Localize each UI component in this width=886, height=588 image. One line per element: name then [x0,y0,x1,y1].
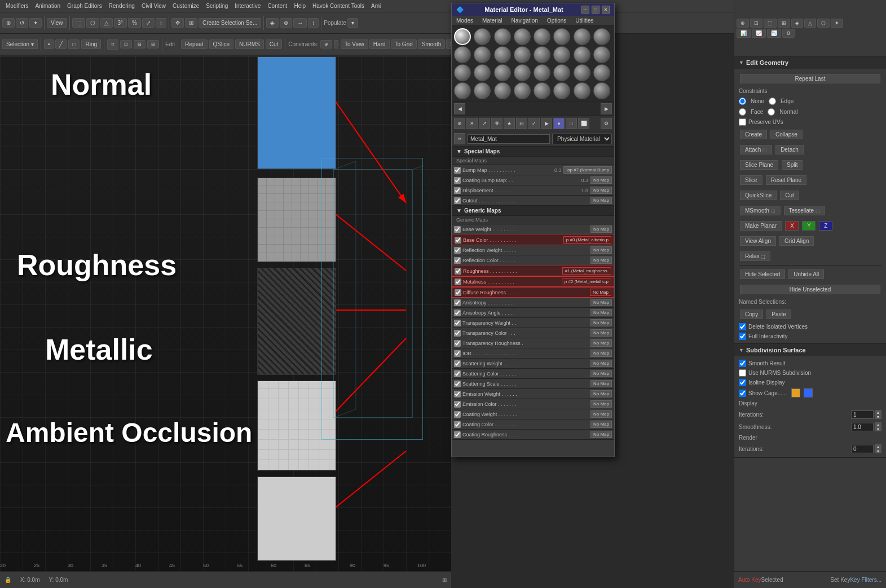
me-map-reflcolor-check[interactable] [454,257,461,264]
me-map-metalness[interactable]: Metalness . . . . . . . . . . p #2 (Meta… [452,276,614,287]
rp-make-planar-btn[interactable]: Make Planar [740,221,782,231]
me-map-baseweight-btn[interactable]: No Map [590,226,612,233]
me-map-coating-weight-check[interactable] [454,411,461,418]
me-map-baseweight-check[interactable] [454,226,461,233]
rp-collapse-btn[interactable]: Collapse [770,130,803,139]
me-map-metalness-btn[interactable]: p #2 (Metal_metallic.p [562,278,611,285]
me-map-reflcolor[interactable]: Reflection Color . . . . . . No Map [452,255,614,266]
rp-icon-4[interactable]: ⊞ [778,19,790,28]
me-arrow-right[interactable]: ▶ [601,103,612,114]
rp-smooth-down-btn[interactable]: ▼ [875,427,881,431]
rp-attach-btn[interactable]: Attach ⬚ [740,145,772,154]
sphere-4[interactable] [534,28,550,45]
rp-slice-plane-btn[interactable]: Slice Plane [740,160,778,170]
rp-render-iter-down-btn[interactable]: ▼ [875,449,881,453]
me-map-coating-rough-check[interactable] [454,431,461,438]
menu-graph-editors[interactable]: Graph Editors [64,2,105,10]
tb-const-icon1[interactable]: ⊕ [320,40,332,48]
me-map-reflweight[interactable]: Reflection Weight . . . . . No Map [452,245,614,255]
me-map-trans-weight-check[interactable] [454,320,461,326]
sphere-20[interactable] [534,64,550,81]
sphere-6[interactable] [574,28,590,45]
tb-repeat-btn[interactable]: Repeat [181,39,207,49]
hard-btn[interactable]: Hard [369,39,390,49]
me-map-aniso-angle-btn[interactable]: No Map [590,309,612,316]
me-map-emission-color-check[interactable] [454,401,461,408]
me-tool-video[interactable]: ▶ [541,118,552,129]
sphere-22[interactable] [574,64,590,81]
rp-y-btn[interactable]: Y [802,221,816,231]
rp-slice-btn[interactable]: Slice [740,175,762,185]
menu-interactive[interactable]: Interactive [231,2,264,10]
tb-icon-12[interactable]: ⊞ [185,18,197,28]
sphere-15[interactable] [593,46,610,63]
rp-x-btn[interactable]: X [785,221,799,231]
selection-dropdown[interactable]: Selection ▾ [2,39,38,49]
cage-color-1[interactable] [791,388,800,397]
sphere-21[interactable] [553,64,570,81]
menu-havok[interactable]: Havok Content Tools [309,2,368,10]
me-map-cutout-btn[interactable]: No Map [590,197,612,204]
tb-icon-17[interactable]: ▾ [347,18,358,28]
rp-cut-btn[interactable]: Cut [780,191,799,200]
sphere-30[interactable] [574,82,590,99]
tb-icon-9[interactable]: ⤢ [142,18,155,28]
rp-full-interactivity-check[interactable] [739,333,746,340]
rp-render-iter-up-btn[interactable]: ▲ [875,444,881,449]
menu-ami[interactable]: Ami [368,2,384,10]
rp-radio-normal[interactable] [768,108,775,116]
viewport[interactable]: Normal Roughness Metallic Ambient Occlus… [0,56,451,571]
me-map-scatter-weight-check[interactable] [454,360,461,367]
me-map-disp-btn[interactable]: No Map [590,187,612,194]
me-map-trans-weight-btn[interactable]: No Map [590,319,612,326]
sphere-31[interactable] [593,82,610,99]
sphere-26[interactable] [494,82,511,99]
tb-icon-5[interactable]: ⬡ [86,18,99,28]
me-map-coatbump-btn[interactable]: No Map [590,176,612,184]
rp-preserve-uvs-check[interactable] [739,118,746,126]
rp-iterations-input[interactable] [851,410,874,419]
tb-icon-8[interactable]: % [128,18,141,28]
me-map-cutout[interactable]: Cutout . . . . . . . . . . . . . No Map [452,196,614,206]
me-map-scatter-color-btn[interactable]: No Map [590,370,612,377]
me-map-emission-color[interactable]: Emission Color . . . . . . . No Map [452,399,614,409]
me-menu-options[interactable]: Options [543,16,571,25]
rp-icon-3[interactable]: ⬚ [764,19,777,28]
me-map-coating-rough[interactable]: Coating Roughness . . . . No Map [452,430,614,440]
tb-icon-11[interactable]: ✥ [171,18,184,28]
me-tool-options[interactable]: ⚙ [601,118,612,129]
rp-z-btn[interactable]: Z [819,221,832,231]
sphere-12[interactable] [534,46,550,63]
rp-hide-selected-btn[interactable]: Hide Selected [740,269,785,279]
rp-unhide-all-btn[interactable]: Unhide All [788,269,824,279]
me-map-emission-weight-btn[interactable]: No Map [590,390,612,397]
me-type-select[interactable]: Physical Material [552,134,612,144]
sphere-3[interactable] [514,28,531,45]
me-map-trans-rough[interactable]: Transparency Roughness . No Map [452,338,614,348]
rp-icon-2[interactable]: ⊡ [750,19,762,28]
me-menu-modes[interactable]: Modes [452,16,478,25]
rp-isoline-check[interactable] [739,379,746,386]
me-map-scatter-color-check[interactable] [454,370,461,377]
rp-hide-unselected-btn[interactable]: Hide Unselected [740,285,880,294]
me-map-basecolor-btn[interactable]: p #0 (Metal_albedo.p [563,236,611,244]
me-tool-box[interactable]: □ [566,118,577,129]
sphere-9[interactable] [474,46,491,63]
tb-icon-sm3[interactable]: ⊞ [147,40,159,48]
menu-content[interactable]: Content [264,2,290,10]
sphere-23[interactable] [593,64,610,81]
me-map-scatter-weight[interactable]: Scattering Weight . . . . . No Map [452,359,614,369]
menu-civil-view[interactable]: Civil View [138,2,169,10]
tb-icon-4[interactable]: ⬚ [72,18,85,28]
me-tool-effects[interactable]: ★ [504,118,515,129]
rp-subdivision-header[interactable]: ▼ Subdivision Surface [734,344,886,356]
sphere-28[interactable] [534,82,550,99]
sphere-5[interactable] [553,28,570,45]
sphere-8[interactable] [454,46,471,63]
me-tool-del[interactable]: ✕ [466,118,478,129]
tb-icon-14[interactable]: ⊕ [280,18,292,28]
me-map-aniso-btn[interactable]: No Map [590,299,612,306]
rp-icon-1[interactable]: ⊕ [737,19,749,28]
rp-view-align-btn[interactable]: View Align [740,236,776,246]
sphere-14[interactable] [574,46,590,63]
